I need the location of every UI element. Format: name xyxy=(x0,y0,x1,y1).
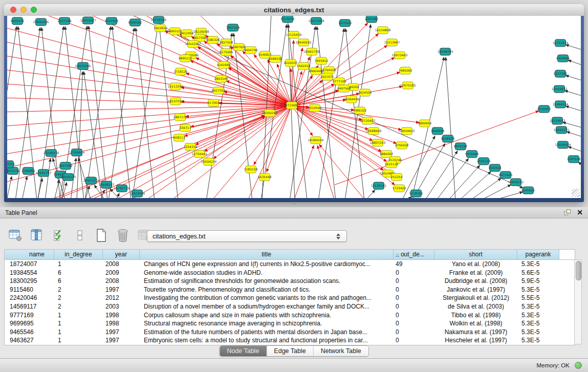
graph-edge xyxy=(233,33,252,198)
graph-edge xyxy=(568,147,581,152)
deselect-all-button[interactable] xyxy=(72,228,88,243)
graph-node-label: 1156869 xyxy=(21,169,35,172)
column-header-year[interactable]: year xyxy=(103,250,140,260)
column-header-short[interactable]: short xyxy=(434,250,517,260)
graph-node-label: 20206576 xyxy=(43,151,59,155)
table-select-dropdown[interactable]: citations_edges.txt xyxy=(147,230,347,242)
graph-node-label: 17957272 xyxy=(83,179,99,182)
table-cell: 1 xyxy=(54,336,103,345)
table-cell: 2012 xyxy=(103,294,140,302)
graph-node-label: 336717 xyxy=(180,126,191,129)
panel-divider-handle[interactable] xyxy=(292,204,296,207)
graph-edge xyxy=(566,106,581,112)
graph-node-label: 2087682 xyxy=(365,17,379,20)
table-cell: 14569117 xyxy=(5,302,54,311)
window-titlebar[interactable]: citations_edges.txt xyxy=(4,4,584,16)
table-cell: 0 xyxy=(394,319,434,328)
graph-node-label: 8220037 xyxy=(284,61,298,64)
graph-node-label: 2437199 xyxy=(58,19,72,23)
graph-node-label: 16210643 xyxy=(550,119,565,122)
graph-node-label: 18807243 xyxy=(370,141,386,144)
graph-node-label: 9097588 xyxy=(59,164,73,167)
new-table-button[interactable] xyxy=(93,228,110,243)
graph-node-label: 15136141 xyxy=(371,184,387,187)
graph-node-label: 10653287 xyxy=(80,18,96,22)
table-row[interactable]: 1872400712008Changes of HCN gene express… xyxy=(5,260,575,269)
table-scrollbar[interactable] xyxy=(574,259,582,344)
table-cell: 5.3E-5 xyxy=(517,319,559,328)
tab-network-table[interactable]: Network Table xyxy=(314,346,368,356)
graph-node-label: 9884067 xyxy=(380,152,394,156)
table-row[interactable]: 911546021997Tourette syndrome. Phenomeno… xyxy=(5,286,575,294)
graph-node-label: 9777169 xyxy=(333,79,346,83)
graph-node-label: 1562615 xyxy=(297,64,311,68)
graph-node-label: 1640954 xyxy=(431,129,445,133)
select-all-button[interactable] xyxy=(50,228,67,243)
table-row[interactable]: 946554611997Estimation of the future num… xyxy=(5,328,575,337)
graph-node-label: 18724007 xyxy=(283,103,300,107)
table-settings-button[interactable] xyxy=(7,228,24,243)
graph-edge xyxy=(365,190,375,198)
column-header-title[interactable]: title xyxy=(140,250,394,260)
graph-node-label: 12975185 xyxy=(400,83,416,87)
citation-network-graph[interactable]: 9405572208914062437199106532871527602846… xyxy=(7,16,581,198)
table-cell: Tibbo et al. (1998) xyxy=(434,311,517,320)
table-row[interactable]: 969969511998Structural magnetic resonanc… xyxy=(5,319,575,328)
table-row[interactable]: 1830029562008Estimation of significance … xyxy=(5,277,575,286)
table-row[interactable]: 1938455462009Genome-wide association stu… xyxy=(5,269,575,277)
float-panel-icon[interactable] xyxy=(564,209,571,216)
tab-edge-table[interactable]: Edge Table xyxy=(267,346,313,356)
table-row[interactable]: 1456911722003Disruption of a novel membe… xyxy=(5,302,575,311)
graph-edge xyxy=(7,105,292,169)
graph-node-label: 12125419 xyxy=(286,33,302,36)
graph-node-label: 7957224 xyxy=(226,26,240,29)
close-panel-icon[interactable]: ✕ xyxy=(577,209,583,216)
graph-node-label: 8912954 xyxy=(180,31,194,35)
table-row[interactable]: 946362711997Embryonic stem cells: a mode… xyxy=(5,336,575,345)
table-row[interactable]: 2242004622012Investigating the contribut… xyxy=(5,294,575,302)
graph-edge xyxy=(7,105,292,155)
graph-node-label: 1913312 xyxy=(7,162,15,166)
table-cell: 6 xyxy=(54,269,103,277)
graph-node-label: 20364456 xyxy=(344,97,360,101)
graph-edge xyxy=(22,177,27,198)
table-cell: 1 xyxy=(54,328,103,337)
graph-node-label: 1514545 xyxy=(308,106,322,110)
graph-node-label: 6879197 xyxy=(454,144,468,148)
tab-node-table[interactable]: Node Table xyxy=(220,346,267,356)
delete-column-button[interactable] xyxy=(115,228,131,243)
graph-node-label: 10688609 xyxy=(366,129,382,133)
graph-node-label: 8427552 xyxy=(212,89,226,92)
table-cell: 9777169 xyxy=(5,311,54,320)
graph-node-label: 9329966 xyxy=(556,56,570,60)
graph-node-label: 17359924 xyxy=(69,150,85,154)
graph-node-label: 9405572 xyxy=(11,19,25,23)
show-column-button[interactable] xyxy=(29,228,45,243)
graph-node-label: 12942757 xyxy=(36,171,52,174)
graph-edge xyxy=(85,27,111,198)
canvas-resize-grip[interactable] xyxy=(572,189,580,197)
table-scrollbar-thumb[interactable] xyxy=(576,261,581,280)
graph-node-label: 13505135 xyxy=(60,175,76,179)
network-canvas[interactable]: 9405572208914062437199106532871527602846… xyxy=(7,16,581,198)
graph-node-label: 8471626 xyxy=(499,173,513,177)
column-header-in_degree[interactable]: in_degree xyxy=(54,250,103,260)
table-cell: Hescheler et al. (1997) xyxy=(434,336,517,345)
column-header-out_de[interactable]: △out_de... xyxy=(394,250,434,260)
node-table: namein_degreeyeartitle△out_de...shortpag… xyxy=(4,249,575,345)
table-cell: Nakamura et al. (1997) xyxy=(434,328,517,337)
graph-node-label: 7955812 xyxy=(315,59,329,62)
graph-node-label: 16782759 xyxy=(114,186,130,190)
network-window: citations_edges.txt 94055722089140624371… xyxy=(4,4,584,202)
table-row[interactable]: 977716911998Corpus callosum shape and si… xyxy=(5,311,575,320)
graph-node-label: 6497568 xyxy=(337,86,351,90)
graph-node-label: 15720407 xyxy=(360,119,376,122)
graph-node-label: 16154808 xyxy=(375,28,391,32)
table-body: 1872400712008Changes of HCN gene express… xyxy=(5,260,575,345)
table-panel-header: Table Panel ✕ xyxy=(0,207,588,218)
column-header-pagerank[interactable]: pagerank xyxy=(517,250,559,260)
new-table-icon xyxy=(95,228,108,243)
table-cell: Wolkin et al. (1998) xyxy=(434,319,517,328)
table-cell: 5.3E-5 xyxy=(517,302,559,311)
column-header-name[interactable]: name xyxy=(5,250,54,260)
